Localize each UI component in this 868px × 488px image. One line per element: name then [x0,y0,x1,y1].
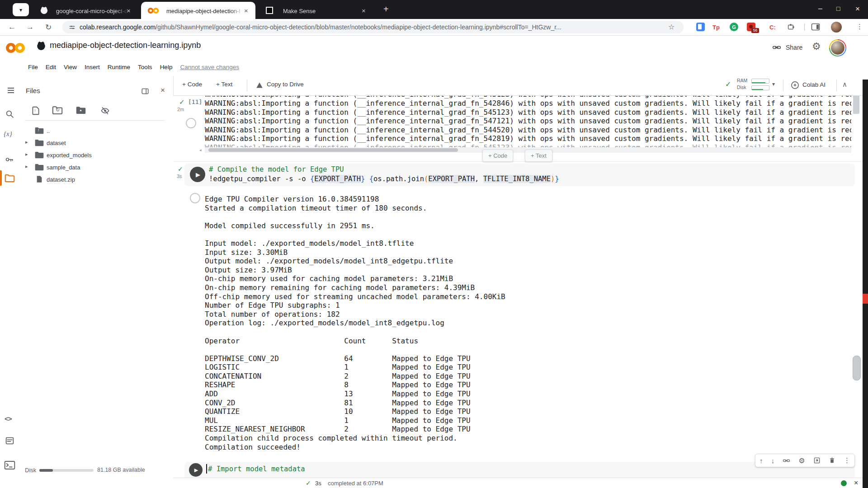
arrow-up-icon: ↑ [34,108,36,113]
settings-gear-icon[interactable]: ⚙ [812,41,821,52]
table-of-contents-icon[interactable] [5,87,14,94]
horizontal-scrollbar-thumb[interactable] [208,148,458,152]
extension-c-icon[interactable]: C: [769,24,776,31]
tree-item-dataset[interactable]: dataset [47,140,66,146]
output-collapse-icon[interactable] [190,193,200,203]
output-collapse-icon[interactable] [186,118,196,128]
site-settings-icon[interactable] [69,24,75,31]
tab-mediapipe-active[interactable]: mediapipe-object-detection-l × [141,2,255,19]
back-icon[interactable]: ← [8,23,16,32]
refresh-folder-icon[interactable]: ↻ [52,106,63,116]
search-icon[interactable] [5,109,14,119]
code-token: { [310,175,314,183]
tree-caret-icon[interactable]: ▸ [25,151,28,157]
extension-blue-icon[interactable] [696,23,705,31]
divider [25,120,165,121]
up-folder-icon[interactable]: ↑ [34,127,44,135]
close-icon[interactable]: × [127,7,131,14]
link-cell-icon[interactable] [783,457,790,465]
hide-files-eye-off-icon[interactable] [100,106,110,115]
code-comment[interactable]: # Import model metadata [208,465,305,474]
close-icon[interactable]: × [244,7,248,14]
close-icon[interactable]: × [362,7,366,14]
run-cell-button[interactable]: ▶ [189,463,203,477]
resources-caret-icon[interactable]: ▾ [772,81,775,87]
url-omnibox[interactable]: colab.research.google.com/github/ShawnHy… [62,21,684,33]
menu-file[interactable]: File [28,64,38,70]
tree-item-sample-data[interactable]: sample_data [47,164,80,171]
move-cell-up-icon[interactable]: ↑ [760,457,763,465]
menu-view[interactable]: View [64,64,77,70]
tab-search-chevron-button[interactable]: ▾ [13,3,29,16]
menu-tools[interactable]: Tools [138,64,152,70]
menu-runtime[interactable]: Runtime [108,64,130,70]
cell-more-kebab-icon[interactable]: ⋮ [844,456,850,465]
share-link-icon[interactable] [772,43,781,52]
open-in-tab-icon[interactable] [813,457,821,464]
tree-caret-icon[interactable]: ▸ [25,164,28,169]
tree-caret-icon[interactable]: ▸ [25,139,28,145]
cell-toolbar: ↑ ↓ ⚙ ⋮ [755,454,855,467]
tree-item-dataset-zip[interactable]: dataset.zip [47,176,75,183]
execution-count-badge[interactable]: [11] [188,99,202,105]
code-snippets-icon[interactable]: <> [5,415,12,422]
reload-icon[interactable]: ↻ [45,23,52,32]
menu-edit[interactable]: Edit [46,64,56,70]
window-minimize-button[interactable]: – [818,5,822,13]
upload-file-icon[interactable]: ↑ [31,106,41,116]
move-cell-down-icon[interactable]: ↓ [771,457,775,465]
url-domain: colab.research.google.com [80,23,156,31]
copy-to-drive-button[interactable]: Copy to Drive [267,81,304,88]
run-cell-button[interactable]: ▶ [190,167,205,182]
add-text-button[interactable]: + Text [216,81,232,88]
extension-g-icon[interactable]: G [730,23,738,31]
scroll-left-arrow-icon[interactable]: ◂ [199,148,202,152]
extension-tp-icon[interactable]: Tp [712,24,720,31]
terminal-icon[interactable] [4,460,15,470]
tab-make-sense[interactable]: Make Sense × [259,2,373,19]
ram-meter[interactable] [751,79,769,84]
vertical-scrollbar-thumb[interactable] [853,96,859,114]
page-scrollbar-track[interactable] [863,80,868,488]
notebook-title[interactable]: mediapipe-object-detection-learning.ipyn… [50,41,366,50]
insert-text-button[interactable]: + Text [525,150,552,162]
window-maximize-button[interactable]: □ [836,5,840,12]
side-panel-icon[interactable] [811,23,820,31]
console-panel-icon[interactable] [5,436,14,446]
menu-help[interactable]: Help [160,64,173,70]
tab-title: Make Sense [283,8,351,14]
menu-insert[interactable]: Insert [85,64,100,70]
code-editor[interactable]: # Compile the model for Edge TPU !edgetp… [209,165,559,184]
window-close-button[interactable]: × [855,5,860,14]
files-folder-icon[interactable] [5,174,15,183]
mount-drive-icon[interactable]: ▲ [75,106,86,116]
browser-menu-kebab-icon[interactable]: ⋮ [856,23,863,31]
disk-meter[interactable] [751,85,769,90]
share-button[interactable]: Share [786,44,802,51]
variables-icon[interactable]: {x} [4,130,12,138]
forward-icon[interactable]: → [26,23,34,32]
code-cell-import[interactable]: ▶ # Import model metadata [184,462,855,478]
close-status-icon[interactable]: × [854,479,858,487]
notebook-scrollbar-thumb[interactable] [853,356,861,380]
tab-google-coral[interactable]: google-coral-micro-object-d × [34,2,137,19]
delete-cell-trash-icon[interactable] [829,457,835,464]
extension-red-icon[interactable]: 56 [747,23,755,31]
collapse-toolbar-icon[interactable]: ∧ [842,80,847,89]
add-code-button[interactable]: + Code [182,81,202,88]
new-tab-button[interactable]: + [383,4,389,14]
secrets-key-icon[interactable] [5,155,14,164]
account-avatar-ring[interactable] [829,39,846,56]
extensions-puzzle-icon[interactable] [787,23,795,31]
browser-avatar[interactable] [831,22,842,33]
close-files-panel-icon[interactable]: × [160,86,165,95]
tree-item-up[interactable]: .. [47,127,50,134]
bookmark-star-icon[interactable]: ☆ [668,23,675,31]
cell-settings-gear-icon[interactable]: ⚙ [798,456,805,465]
save-status-link[interactable]: Cannot save changes [180,64,239,70]
colab-ai-button[interactable]: Colab AI [802,81,826,88]
tree-item-exported-models[interactable]: exported_models [47,152,92,159]
open-in-split-icon[interactable] [141,87,149,95]
insert-code-button[interactable]: + Code [482,150,513,162]
code-cell-compile[interactable]: ▶ # Compile the model for Edge TPU !edge… [184,164,855,186]
